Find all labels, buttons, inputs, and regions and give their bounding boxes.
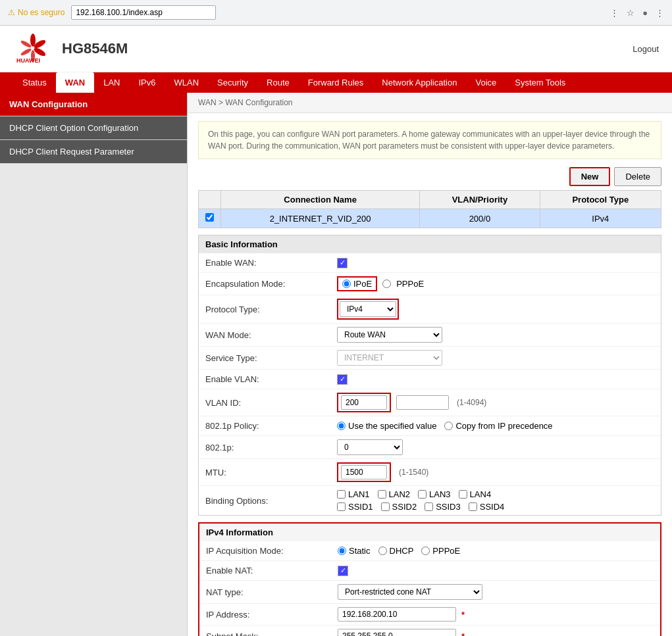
vlan-id-input[interactable] bbox=[341, 395, 387, 410]
lan4-item: LAN4 bbox=[459, 489, 492, 499]
new-button[interactable]: New bbox=[569, 167, 611, 186]
row-checkbox[interactable] bbox=[205, 213, 214, 222]
content-area: WAN > WAN Configuration On this page, yo… bbox=[188, 93, 672, 636]
protocol-type-selector[interactable]: IPv4 IPv6 IPv4/IPv6 bbox=[337, 299, 399, 320]
use-specified-radio[interactable] bbox=[337, 422, 346, 430]
service-type-select[interactable]: INTERNET TR069 VOICE OTHER bbox=[337, 350, 442, 366]
basic-info-title: Basic Information bbox=[199, 235, 661, 253]
lan3-item: LAN3 bbox=[418, 489, 451, 499]
copy-ip-radio[interactable] bbox=[444, 422, 453, 430]
ip-acquisition-control: Static DHCP PPPoE bbox=[338, 546, 654, 556]
vlan-id-control: (1-4094) bbox=[337, 393, 654, 412]
ip-address-input[interactable] bbox=[338, 607, 456, 622]
lan4-label: LAN4 bbox=[470, 489, 492, 499]
copy-ip-label: Copy from IP precedence bbox=[455, 421, 552, 431]
svg-text:HUAWEI: HUAWEI bbox=[16, 57, 40, 64]
url-input[interactable] bbox=[71, 5, 216, 20]
lan2-item: LAN2 bbox=[378, 489, 411, 499]
enable-nat-label: Enable NAT: bbox=[206, 566, 338, 575]
nat-type-row: NAT type: Port-restricted cone NAT Full … bbox=[199, 581, 660, 604]
encapsulation-row: Encapsulation Mode: IPoE PPPoE bbox=[199, 273, 661, 295]
ssid3-checkbox[interactable] bbox=[425, 502, 433, 511]
ssid1-checkbox[interactable] bbox=[337, 502, 346, 511]
main-nav: Status WAN LAN IPv6 WLAN Security Route … bbox=[0, 72, 672, 93]
mtu-hint: (1-1540) bbox=[399, 468, 428, 477]
huawei-logo-icon: HUAWEI bbox=[13, 32, 53, 65]
nav-forward-rules[interactable]: Forward Rules bbox=[299, 72, 373, 93]
browser-bar: ⚠ No es seguro ⋮ ☆ ● ⋮ bbox=[0, 0, 672, 26]
value-8021p-label: 802.1p: bbox=[205, 443, 337, 453]
mtu-row: MTU: (1-1540) bbox=[199, 459, 661, 486]
row-connection-name: 2_INTERNET_R_VID_200 bbox=[221, 209, 420, 228]
device-name: HG8546M bbox=[62, 40, 128, 57]
nat-type-select[interactable]: Port-restricted cone NAT Full cone NAT A… bbox=[338, 584, 482, 600]
logo-area: HUAWEI HG8546M bbox=[13, 32, 128, 65]
subnet-mask-input[interactable] bbox=[338, 629, 456, 636]
ip-required-mark: * bbox=[461, 610, 465, 620]
protocol-type-control: IPv4 IPv6 IPv4/IPv6 bbox=[337, 299, 654, 320]
wan-mode-select[interactable]: Route WAN Bridge WAN bbox=[337, 327, 442, 343]
delete-button[interactable]: Delete bbox=[614, 167, 661, 186]
nav-system-tools[interactable]: System Tools bbox=[505, 72, 575, 93]
ssid2-checkbox[interactable] bbox=[381, 502, 390, 511]
logout-button[interactable]: Logout bbox=[633, 44, 659, 54]
profile-icon: ● bbox=[642, 8, 648, 18]
lan1-label: LAN1 bbox=[348, 489, 370, 499]
vlan-id-wrapper bbox=[337, 393, 391, 412]
dhcp-radio[interactable] bbox=[378, 547, 387, 555]
lan3-label: LAN3 bbox=[429, 489, 451, 499]
mtu-input[interactable] bbox=[341, 465, 387, 479]
info-box: On this page, you can configure WAN port… bbox=[198, 121, 661, 159]
vlan-id-hint: (1-4094) bbox=[457, 398, 486, 407]
table-area: New Delete Connection Name VLAN/Priority… bbox=[198, 167, 661, 228]
col-protocol-type: Protocol Type bbox=[540, 191, 661, 209]
lan4-checkbox[interactable] bbox=[459, 490, 467, 499]
copy-ip-item: Copy from IP precedence bbox=[444, 421, 552, 431]
protocol-type-select[interactable]: IPv4 IPv6 IPv4/IPv6 bbox=[340, 301, 396, 317]
app-header: HUAWEI HG8546M Logout bbox=[0, 26, 672, 72]
nav-lan[interactable]: LAN bbox=[94, 72, 129, 93]
nav-wan[interactable]: WAN bbox=[56, 72, 94, 93]
enable-wan-checkbox[interactable]: ✓ bbox=[337, 258, 348, 268]
breadcrumb: WAN > WAN Configuration bbox=[188, 93, 672, 113]
ssid4-item: SSID4 bbox=[469, 502, 505, 512]
nav-ipv6[interactable]: IPv6 bbox=[130, 72, 165, 93]
sidebar-item-dhcp-request[interactable]: DHCP Client Request Parameter bbox=[0, 140, 187, 164]
pppoe-acq-radio[interactable] bbox=[421, 547, 430, 555]
nav-route[interactable]: Route bbox=[257, 72, 299, 93]
row-checkbox-cell[interactable] bbox=[199, 209, 221, 228]
nav-status[interactable]: Status bbox=[13, 72, 56, 93]
lan1-checkbox[interactable] bbox=[337, 490, 346, 499]
wan-mode-label: WAN Mode: bbox=[205, 330, 337, 340]
sidebar-item-dhcp-option[interactable]: DHCP Client Option Configuration bbox=[0, 116, 187, 140]
vlan-id-extra-input[interactable] bbox=[396, 395, 449, 410]
enable-vlan-label: Enable VLAN: bbox=[205, 374, 337, 384]
dhcp-label: DHCP bbox=[390, 546, 414, 556]
ssid4-checkbox[interactable] bbox=[469, 502, 477, 511]
static-radio[interactable] bbox=[338, 547, 346, 555]
policy-8021p-control: Use the specified value Copy from IP pre… bbox=[337, 421, 654, 431]
service-type-control: INTERNET TR069 VOICE OTHER bbox=[337, 350, 654, 366]
sidebar-item-wan-configuration[interactable]: WAN Configuration bbox=[0, 93, 187, 116]
lan-binding-row: LAN1 LAN2 LAN3 bbox=[337, 489, 504, 499]
enable-vlan-row: Enable VLAN: ✓ bbox=[199, 370, 661, 389]
nav-security[interactable]: Security bbox=[208, 72, 257, 93]
nav-voice[interactable]: Voice bbox=[466, 72, 505, 93]
value-8021p-row: 802.1p: 0 1 2 3 4 5 6 7 bbox=[199, 436, 661, 459]
ipoe-radio[interactable] bbox=[342, 280, 351, 288]
sidebar: WAN Configuration DHCP Client Option Con… bbox=[0, 93, 188, 636]
value-8021p-select[interactable]: 0 1 2 3 4 5 6 7 bbox=[337, 439, 403, 455]
lan3-checkbox[interactable] bbox=[418, 490, 426, 499]
row-vlan-priority: 200/0 bbox=[420, 209, 540, 228]
nav-network-application[interactable]: Network Application bbox=[373, 72, 466, 93]
enable-nat-checkbox[interactable]: ✓ bbox=[338, 566, 348, 576]
table-row[interactable]: 2_INTERNET_R_VID_200 200/0 IPv4 bbox=[199, 209, 661, 228]
browser-icons: ⋮ ☆ ● ⋮ bbox=[610, 8, 664, 18]
lan2-checkbox[interactable] bbox=[378, 490, 386, 499]
encapsulation-label: Encapsulation Mode: bbox=[205, 279, 337, 289]
wan-mode-row: WAN Mode: Route WAN Bridge WAN bbox=[199, 324, 661, 347]
pppoe-radio[interactable] bbox=[382, 280, 391, 288]
nav-wlan[interactable]: WLAN bbox=[165, 72, 209, 93]
encapsulation-mode-selector[interactable]: IPoE bbox=[337, 276, 377, 291]
enable-vlan-checkbox[interactable]: ✓ bbox=[337, 374, 348, 385]
